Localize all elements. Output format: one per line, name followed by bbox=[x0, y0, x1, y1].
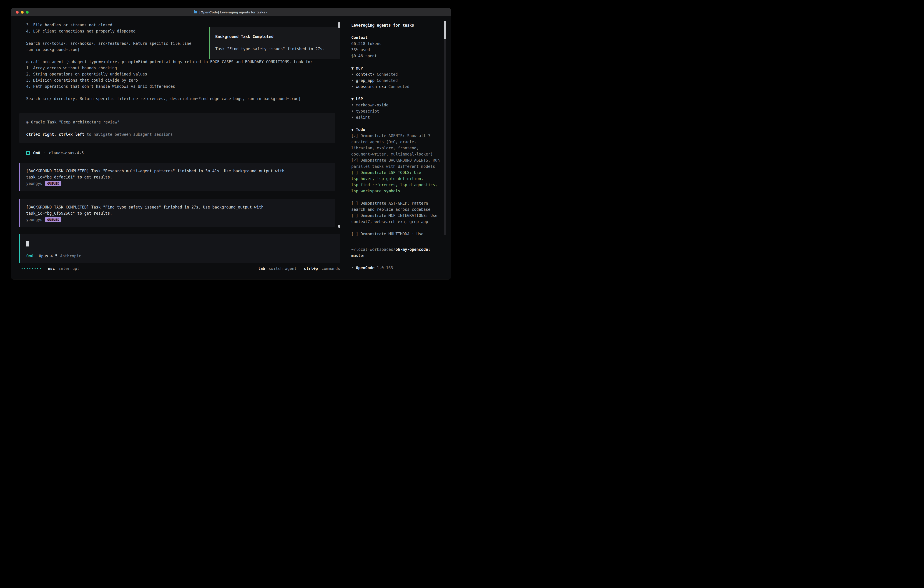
oracle-hint: ctrl+x right, ctrl+x left to navigate be… bbox=[26, 131, 335, 137]
titlebar: [OpenCode] Leveraging agents for tasks ◐ bbox=[11, 8, 451, 17]
lsp-item: • eslint bbox=[351, 114, 441, 121]
scrollbar-thumb[interactable] bbox=[338, 22, 340, 28]
log-line: 1. Array access without bounds checking bbox=[26, 65, 340, 71]
oracle-task-card: ◉ Oracle Task "Deep architecture review"… bbox=[19, 113, 335, 143]
traffic-lights bbox=[16, 8, 29, 16]
oracle-task-title: Oracle Task "Deep architecture review" bbox=[31, 119, 119, 125]
scrollbar-track bbox=[444, 21, 446, 235]
task-line: task_id="bg_6f59260c" to get results. bbox=[26, 210, 335, 216]
bullet-icon: • bbox=[351, 78, 353, 84]
log-line: 3. Division operations that could divide… bbox=[26, 77, 340, 83]
log-line: 4. Path operations that don't handle Win… bbox=[26, 83, 340, 89]
task-line: [BACKGROUND TASK COMPLETED] Task "Find t… bbox=[26, 204, 335, 210]
todo-item: [ ] Demonstrate AST-GREP: Pattern search… bbox=[351, 200, 441, 213]
todo-item: [✓] Demonstrate AGENTS: Show all 7 curat… bbox=[351, 133, 441, 157]
mcp-item-name: grep_app bbox=[356, 78, 375, 84]
queued-badge: QUEUED bbox=[45, 181, 62, 186]
lsp-item: • markdown-oxide bbox=[351, 102, 441, 108]
task-message: [BACKGROUND TASK COMPLETED] Task "Resear… bbox=[19, 163, 335, 191]
mcp-item-name: websearch_exa bbox=[356, 84, 386, 90]
sidebar: Leveraging agents for tasks Context 66,5… bbox=[346, 17, 451, 279]
notification-body: Task "Find type safety issues" finished … bbox=[215, 46, 340, 52]
commands-key-label: commands bbox=[322, 266, 340, 271]
task-line: [BACKGROUND TASK COMPLETED] Task "Resear… bbox=[26, 168, 335, 174]
lsp-section-header[interactable]: ▼ LSP bbox=[351, 96, 441, 102]
mcp-item: • websearch_exa Connected bbox=[351, 84, 441, 90]
input-agent-label: OmO bbox=[26, 254, 33, 258]
task-meta: yeongyu QUEUED bbox=[26, 216, 335, 223]
app-version: 1.0.163 bbox=[377, 265, 393, 271]
separator-dot: · bbox=[43, 151, 46, 155]
mcp-item-status: Connected bbox=[377, 71, 398, 78]
todo-section-header[interactable]: ▼ Todo bbox=[351, 127, 441, 133]
bullet-icon: • bbox=[351, 108, 353, 114]
workspace-path-prefix: ~/local-workspaces/ bbox=[351, 247, 395, 252]
todo-heading: Todo bbox=[356, 127, 365, 133]
desktop: [OpenCode] Leveraging agents for tasks ◐… bbox=[0, 0, 462, 294]
mcp-heading: MCP bbox=[356, 65, 363, 71]
tool-call-line: ⚙ call_omo_agent [subagent_type=explore,… bbox=[26, 59, 340, 65]
terminal-main: 3. File handles or streams not closed 4.… bbox=[11, 17, 346, 279]
bullet-icon: • bbox=[351, 71, 353, 78]
window-content: 3. File handles or streams not closed 4.… bbox=[11, 17, 451, 279]
mcp-item-status: Connected bbox=[388, 84, 409, 90]
bullet-icon: • bbox=[351, 114, 353, 121]
minimize-button[interactable] bbox=[21, 11, 24, 14]
input-model-label: Opus 4.5 bbox=[39, 254, 58, 258]
zoom-button[interactable] bbox=[26, 11, 29, 14]
lsp-item: • typescript bbox=[351, 108, 441, 114]
prompt-input[interactable]: OmO Opus 4.5 Anthropic bbox=[19, 234, 340, 263]
statusbar: •••••••• esc interrupt tab switch agent … bbox=[21, 265, 340, 271]
queued-badge: QUEUED bbox=[45, 217, 62, 222]
scrollbar-thumb[interactable] bbox=[338, 225, 340, 228]
log-line: 2. String operations on potentially unde… bbox=[26, 71, 340, 77]
task-author: yeongyu bbox=[26, 217, 43, 222]
todo-item: [ ] Demonstrate MCP INTEGRATIONS: Use co… bbox=[351, 213, 441, 225]
lsp-item-name: typescript bbox=[356, 108, 379, 114]
mcp-item-status: Connected bbox=[377, 78, 398, 84]
oracle-task-title-row: ◉ Oracle Task "Deep architecture review" bbox=[26, 119, 335, 125]
context-spent: $0.46 spent bbox=[351, 53, 441, 59]
chevron-down-icon: ▼ bbox=[351, 127, 353, 133]
app-version-row: • OpenCode 1.0.163 bbox=[351, 265, 441, 271]
mcp-item: • grep_app Connected bbox=[351, 78, 441, 84]
context-heading: Context bbox=[351, 35, 441, 41]
scrollbar-thumb[interactable] bbox=[444, 21, 446, 39]
tab-key-label: switch agent bbox=[269, 266, 297, 271]
mcp-section-header[interactable]: ▼ MCP bbox=[351, 65, 441, 71]
agent-header: OmO · claude-opus-4-5 bbox=[26, 150, 84, 156]
lsp-item-name: markdown-oxide bbox=[356, 102, 388, 108]
esc-key-label: interrupt bbox=[58, 266, 79, 271]
workspace-path: ~/local-workspaces/oh-my-opencode: maste… bbox=[351, 246, 441, 259]
text-cursor bbox=[26, 241, 29, 246]
todo-item: [✓] Demonstrate BACKGROUND AGENTS: Run p… bbox=[351, 157, 441, 170]
bullet-icon: • bbox=[351, 84, 353, 90]
record-icon: ◉ bbox=[26, 119, 28, 125]
tool-call-text: call_omo_agent [subagent_type=explore, p… bbox=[31, 59, 312, 65]
notification-title: Background Task Completed bbox=[215, 34, 340, 40]
todo-item: [ ] Demonstrate LSP TOOLS: Use lsp_hover… bbox=[351, 170, 441, 194]
sidebar-footer: ~/local-workspaces/oh-my-opencode: maste… bbox=[351, 246, 441, 271]
background-task-notification: Background Task Completed Task "Find typ… bbox=[209, 27, 340, 59]
workspace-branch: master bbox=[351, 253, 365, 258]
agent-name: OmO bbox=[33, 151, 40, 155]
close-button[interactable] bbox=[16, 11, 19, 14]
context-tokens: 66,518 tokens bbox=[351, 41, 441, 47]
commands-key-hint: ctrl+p bbox=[304, 266, 318, 271]
lsp-item-name: eslint bbox=[356, 114, 370, 121]
task-author: yeongyu bbox=[26, 181, 43, 186]
chevron-down-icon: ▼ bbox=[351, 65, 353, 71]
todo-item: [ ] Demonstrate MULTIMODAL: Use bbox=[351, 231, 441, 237]
agent-checkbox-icon bbox=[26, 151, 30, 155]
input-provider-label: Anthropic bbox=[60, 254, 81, 258]
esc-key-hint: esc bbox=[48, 266, 55, 271]
spinner-icon: •••••••• bbox=[21, 267, 42, 270]
task-meta: yeongyu QUEUED bbox=[26, 180, 335, 187]
log-line: Search src/ directory. Return specific f… bbox=[26, 96, 340, 102]
log-blank-line bbox=[26, 89, 340, 96]
terminal-window: [OpenCode] Leveraging agents for tasks ◐… bbox=[11, 8, 451, 279]
task-line: task_id="bg_dcfac161" to get results. bbox=[26, 174, 335, 180]
app-name: OpenCode bbox=[356, 265, 375, 271]
task-message: [BACKGROUND TASK COMPLETED] Task "Find t… bbox=[19, 199, 335, 227]
session-title: Leveraging agents for tasks bbox=[351, 22, 441, 28]
